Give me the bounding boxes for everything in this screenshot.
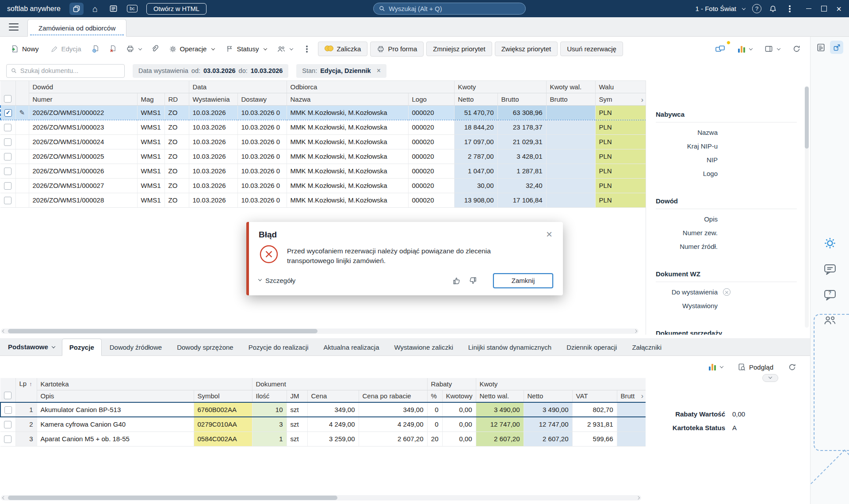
col-header-vat[interactable]: VAT: [572, 390, 617, 402]
col-header-wystawienia[interactable]: Wystawienia: [189, 93, 237, 105]
col-header-ilosc[interactable]: Ilość: [252, 390, 287, 402]
operations-dropdown[interactable]: Operacje: [164, 42, 219, 56]
group-header-data[interactable]: Data: [189, 81, 287, 93]
reports-icon[interactable]: [816, 43, 826, 52]
thumb-down-icon[interactable]: [468, 276, 477, 285]
table-row[interactable]: 2 Kamera cyfrowa Canion G40 0279C010AA 3…: [0, 417, 646, 431]
assistant-icon[interactable]: [823, 237, 837, 250]
col-header-brutto-wal[interactable]: Brutto: [546, 93, 595, 105]
table-row[interactable]: 2026/ZO/WMS1/000024 WMS1 ZO 10.03.2026 1…: [0, 134, 646, 149]
edit-button[interactable]: Edycja: [46, 42, 86, 56]
copy-document-icon[interactable]: [88, 42, 103, 56]
col-header-dostawy[interactable]: Dostawy: [237, 93, 287, 105]
select-all-checkbox[interactable]: [4, 95, 11, 103]
row-checkbox[interactable]: [4, 153, 11, 160]
cell-checkbox[interactable]: [0, 105, 15, 120]
col-header-netto-wal[interactable]: Netto wal.: [476, 390, 524, 402]
table-row[interactable]: 3 Aparat Canion M5 + ob. 18-55 0584C002A…: [0, 431, 646, 446]
col-header-kwotowy[interactable]: Kwotowy: [442, 390, 476, 402]
positions-refresh-button[interactable]: [785, 360, 799, 374]
orders-horizontal-scrollbar[interactable]: [1, 328, 639, 334]
dialog-close-icon[interactable]: [545, 229, 553, 240]
cell-checkbox[interactable]: [0, 431, 15, 446]
cell-checkbox[interactable]: [0, 134, 15, 149]
contractors-dropdown[interactable]: [274, 42, 296, 56]
col-header-procent[interactable]: %: [427, 390, 442, 402]
group-header-waluta[interactable]: Walu: [595, 81, 646, 93]
table-row[interactable]: 2026/ZO/WMS1/000026 WMS1 ZO 10.03.2026 1…: [0, 164, 646, 178]
date-filter-chip[interactable]: Data wystawienia od: 03.03.2026 do: 10.0…: [133, 64, 288, 78]
view-selector-dropdown[interactable]: Podstawowe: [7, 343, 61, 355]
table-row[interactable]: 1 Akumulator Canion BP-513 6760B002AA 10…: [0, 402, 646, 417]
kebab-menu-icon[interactable]: [789, 8, 791, 10]
document-search-input[interactable]: [20, 67, 120, 74]
dual-screen-button[interactable]: [712, 42, 729, 56]
table-row[interactable]: 2026/ZO/WMS1/000028 WMS1 ZO 10.03.2026 1…: [0, 193, 646, 207]
page-horizontal-scrollbar[interactable]: [1, 495, 641, 500]
tab-zamowienia-od-odbiorcow[interactable]: Zamówienia od odbiorców: [27, 19, 126, 37]
positions-chart-dropdown[interactable]: [706, 361, 726, 373]
row-checkbox[interactable]: [4, 168, 11, 175]
group-header-rabaty[interactable]: Rabaty: [427, 378, 476, 390]
more-columns-icon[interactable]: [640, 96, 644, 104]
document-search[interactable]: [6, 64, 125, 78]
more-actions-kebab[interactable]: [298, 46, 315, 53]
col-header-netto[interactable]: Netto: [524, 390, 572, 402]
zaliczka-button[interactable]: Zaliczka: [318, 42, 367, 56]
select-all-header[interactable]: [0, 81, 15, 105]
tab-wystawione-zaliczki[interactable]: Wystawione zaliczki: [387, 339, 460, 355]
delete-document-icon[interactable]: [106, 42, 120, 56]
cell-checkbox[interactable]: [0, 149, 15, 164]
col-header-opis[interactable]: Opis: [37, 390, 194, 402]
col-header-cena-po-rabacie[interactable]: Cena po rabacie: [359, 390, 427, 402]
scroll-right-icon[interactable]: [636, 496, 640, 500]
group-header-dokument[interactable]: Dokument: [252, 378, 427, 390]
preview-button[interactable]: Podgląd: [733, 360, 778, 374]
col-header-rd[interactable]: RD: [164, 93, 189, 105]
decrease-priority-button[interactable]: Zmniejsz priorytet: [426, 42, 492, 56]
chat-icon[interactable]: [823, 263, 837, 275]
open-in-html-button[interactable]: Otwórz w HTML: [146, 3, 207, 15]
share-icon[interactable]: [830, 41, 843, 54]
col-header-symbol[interactable]: Symbol: [194, 390, 252, 402]
row-checkbox[interactable]: [4, 109, 12, 117]
chart-view-dropdown[interactable]: [735, 43, 755, 55]
select-all-checkbox[interactable]: [4, 392, 11, 399]
group-header-odbiorca[interactable]: Odbiorca: [287, 81, 454, 93]
hamburger-menu-icon[interactable]: [9, 23, 19, 31]
tab-pozycje-do-realizacji[interactable]: Pozycje do realizacji: [241, 339, 316, 355]
col-header-jm[interactable]: JM: [287, 390, 307, 402]
col-header-netto[interactable]: Netto: [454, 93, 497, 105]
dialog-close-button[interactable]: Zamknij: [493, 273, 553, 288]
company-selector[interactable]: 1 - Foto Świat: [695, 5, 745, 12]
table-row[interactable]: 2026/ZO/WMS1/000027 WMS1 ZO 10.03.2026 1…: [0, 178, 646, 193]
refresh-button[interactable]: [789, 42, 804, 56]
select-all-header[interactable]: [0, 378, 15, 402]
tab-zalaczniki[interactable]: Załączniki: [625, 339, 669, 355]
print-button[interactable]: [123, 42, 145, 56]
row-checkbox[interactable]: [4, 182, 11, 190]
scroll-right-icon[interactable]: [634, 329, 637, 333]
row-checkbox[interactable]: [4, 406, 12, 414]
group-header-kwoty[interactable]: Kwoty: [454, 81, 546, 93]
clear-circle-icon[interactable]: [723, 288, 730, 296]
remove-reservation-button[interactable]: Usuń rezerwację: [560, 42, 623, 56]
col-header-mag[interactable]: Mag: [137, 93, 164, 105]
group-header-kwoty[interactable]: Kwoty: [476, 378, 646, 390]
scrollbar-thumb[interactable]: [805, 87, 809, 149]
tab-dziennik-operacji[interactable]: Dziennik operacji: [559, 339, 624, 355]
tab-pozycje[interactable]: Pozycje: [62, 339, 102, 356]
minimize-button[interactable]: [801, 2, 816, 15]
table-row[interactable]: 2026/ZO/WMS1/000022 WMS1 ZO 10.03.2026 1…: [0, 105, 646, 120]
col-header-numer[interactable]: Numer: [29, 93, 137, 105]
collapse-panel-button[interactable]: [762, 374, 778, 382]
group-header-kwoty-wal[interactable]: Kwoty wal.: [546, 81, 595, 93]
tab-linijki-stanow-dynamicznych[interactable]: Linijki stanów dynamicznych: [461, 339, 558, 355]
cell-checkbox[interactable]: [0, 402, 15, 417]
maximize-button[interactable]: [816, 2, 831, 15]
row-checkbox[interactable]: [4, 421, 11, 428]
scroll-left-icon[interactable]: [2, 496, 6, 500]
grid-panel-icon[interactable]: [107, 3, 121, 15]
col-header-cena[interactable]: Cena: [307, 390, 359, 402]
close-button[interactable]: [831, 2, 846, 15]
